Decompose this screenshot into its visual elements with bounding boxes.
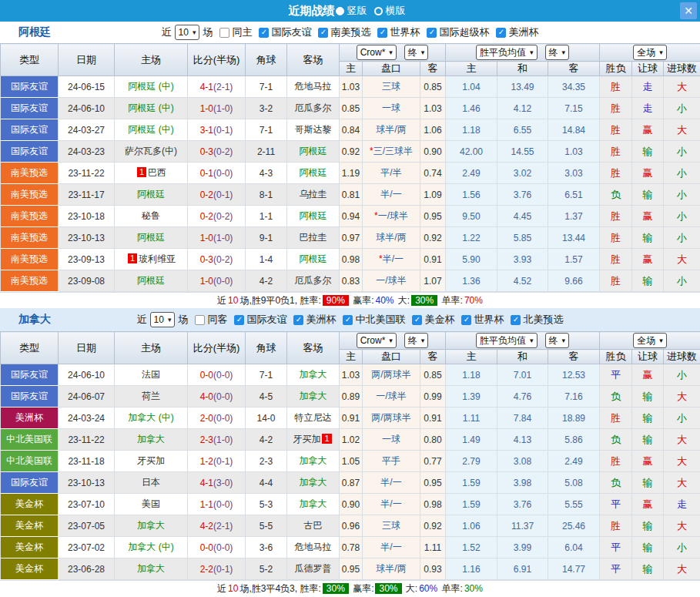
- match-date: 24-03-27: [59, 119, 115, 141]
- handicap-line: 球半/两: [363, 558, 420, 580]
- table-row: 南美预选23-09-08阿根廷1-0(0-0)4-2厄瓜多尔0.83一/球半1.…: [1, 270, 700, 292]
- type-badge: 国际友谊: [1, 141, 59, 163]
- home-handicap-odds: 1.03: [340, 364, 363, 386]
- away-handicap-odds: 0.91: [420, 249, 446, 270]
- away-team-name: 加拿大: [300, 498, 327, 509]
- halftime-score: (0-0): [213, 168, 233, 179]
- halftime-score: (0-1): [213, 189, 233, 200]
- handicap-line: *一/球半: [363, 206, 420, 227]
- match-count-select[interactable]: 10: [150, 312, 176, 327]
- odds-stage-select[interactable]: 终: [545, 45, 570, 60]
- corner-stat: 5-3: [246, 494, 287, 515]
- halftime-score: (2-1): [213, 82, 233, 92]
- league-checkbox[interactable]: ✓: [234, 315, 244, 325]
- league-checkbox[interactable]: ✓: [259, 28, 269, 38]
- home-handicap-odds: 0.95: [340, 558, 363, 580]
- match-date: 23-10-13: [59, 472, 115, 494]
- bookmaker-select[interactable]: Crow*: [357, 45, 397, 60]
- handicap-result: 输: [632, 184, 664, 206]
- home-handicap-odds: 0.91: [340, 408, 363, 429]
- odds-average-select[interactable]: 胜平负均值: [476, 333, 538, 348]
- home-team: 萨尔瓦多(中): [115, 141, 188, 163]
- odds-average-select[interactable]: 胜平负均值: [476, 45, 538, 60]
- bookmaker-select[interactable]: Crow*: [357, 333, 397, 348]
- corner-stat: 14-0: [246, 408, 287, 429]
- horizontal-layout-label[interactable]: 横版: [386, 4, 406, 18]
- corner-stat: 5-2: [246, 558, 287, 580]
- scope-select[interactable]: 全场: [633, 45, 667, 60]
- home-handicap-odds: 1.03: [340, 76, 363, 98]
- league-checkbox[interactable]: ✓: [427, 28, 437, 38]
- handicap-result: 赢: [632, 451, 664, 472]
- league-checkbox[interactable]: ✓: [343, 315, 353, 325]
- draw-odds: 13.49: [497, 76, 548, 98]
- column-header: 日期: [59, 332, 115, 364]
- league-checkbox[interactable]: ✓: [412, 315, 422, 325]
- handicap-line: 一球: [363, 429, 420, 451]
- handicap-result: 赢: [632, 206, 664, 227]
- home-handicap-odds: 0.94: [340, 206, 363, 227]
- column-subheader: 胜负: [600, 62, 632, 76]
- match-result: 负: [600, 386, 632, 408]
- win-odds: 1.36: [446, 270, 497, 292]
- handicap-text: 半/一: [380, 189, 401, 200]
- sections: 阿根廷近10场同主✓国际友谊✓南美预选✓世界杯✓国际超级杯✓美洲杯类型日期主场比…: [0, 22, 700, 596]
- same-venue-checkbox[interactable]: [219, 28, 229, 38]
- handicap-result: 输: [632, 270, 664, 292]
- handicap-text: 两/两球半: [371, 369, 410, 380]
- goals-result: 大: [664, 429, 700, 451]
- score-cell: 2-3(1-0): [188, 429, 246, 451]
- lose-odds: 25.46: [548, 515, 600, 537]
- away-handicap-odds: 0.92: [420, 227, 446, 249]
- summary-segment: 赢率:: [350, 582, 374, 595]
- away-team: 加拿大: [287, 472, 340, 494]
- column-group-header: 胜平负均值终: [446, 332, 600, 350]
- away-team: 加拿大: [287, 494, 340, 515]
- league-checkbox[interactable]: ✓: [496, 28, 506, 38]
- team-section: 阿根廷近10场同主✓国际友谊✓南美预选✓世界杯✓国际超级杯✓美洲杯类型日期主场比…: [0, 22, 700, 308]
- handicap-line: 两/两球半: [363, 408, 420, 429]
- bookmaker-stage-select[interactable]: 终: [404, 333, 429, 348]
- match-date: 23-11-22: [59, 163, 115, 184]
- score-cell: 4-1(3-0): [188, 472, 246, 494]
- league-checkbox[interactable]: ✓: [318, 28, 328, 38]
- team-name: 加拿大: [18, 313, 51, 327]
- halftime-score: (0-0): [213, 499, 233, 510]
- vertical-layout-radio[interactable]: [336, 7, 344, 15]
- league-checkbox[interactable]: ✓: [511, 315, 521, 325]
- match-count-select[interactable]: 10: [175, 25, 200, 40]
- vertical-layout-label[interactable]: 竖版: [347, 4, 367, 18]
- halftime-score: (0-0): [213, 413, 233, 424]
- away-team-name: 哥斯达黎: [295, 124, 332, 135]
- home-team-name: 美国: [142, 498, 160, 509]
- home-handicap-odds: 1.02: [340, 429, 363, 451]
- goals-result: 大: [664, 386, 700, 408]
- halftime-score: (3-0): [213, 478, 233, 488]
- league-checkbox[interactable]: ✓: [461, 315, 471, 325]
- league-checkbox[interactable]: ✓: [293, 315, 303, 325]
- handicap-text: 一球: [382, 434, 400, 444]
- scope-select[interactable]: 全场: [633, 333, 667, 348]
- type-badge: 中北美国联: [1, 451, 59, 472]
- league-label: 国际友谊: [246, 313, 286, 327]
- horizontal-layout-radio[interactable]: [374, 7, 383, 15]
- fulltime-score: 0-3: [200, 254, 213, 265]
- goals-result: 大: [664, 558, 700, 580]
- halftime-score: (0-2): [213, 211, 233, 222]
- league-checkbox[interactable]: ✓: [377, 28, 387, 38]
- home-team-name: 法国: [142, 369, 160, 380]
- same-venue-label: 同客: [207, 313, 227, 327]
- summary-segment: 大:: [396, 294, 410, 307]
- same-venue-checkbox[interactable]: [195, 315, 205, 325]
- summary-segment: 70%: [464, 295, 483, 306]
- summary-segment: 单率:: [439, 582, 463, 595]
- close-button[interactable]: ✕: [680, 2, 697, 19]
- match-date: 23-07-10: [59, 494, 115, 515]
- home-handicap-odds: 0.97: [340, 227, 363, 249]
- draw-odds: 3.76: [497, 494, 548, 515]
- bookmaker-stage-select[interactable]: 终: [404, 45, 429, 60]
- league-label: 中北美国联: [355, 313, 405, 327]
- away-team: 瓜德罗普: [287, 558, 340, 580]
- draw-odds: 14.55: [497, 141, 548, 163]
- odds-stage-select[interactable]: 终: [545, 333, 570, 348]
